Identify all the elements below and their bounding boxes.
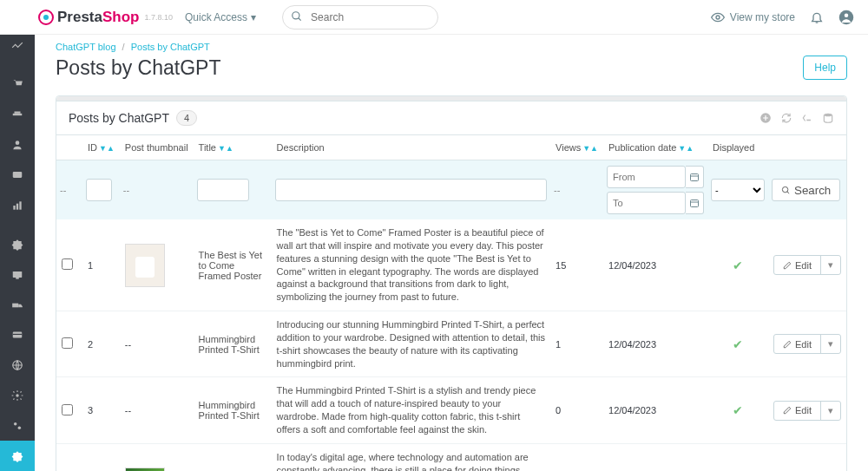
export-icon[interactable] bbox=[822, 112, 834, 125]
svg-line-31 bbox=[787, 191, 789, 193]
svg-rect-16 bbox=[12, 303, 18, 307]
cell-views: 15 bbox=[550, 219, 603, 311]
svg-rect-10 bbox=[13, 172, 23, 178]
quick-access-menu[interactable]: Quick Access ▾ bbox=[185, 11, 256, 23]
sidebar-service[interactable] bbox=[0, 160, 35, 191]
bell-icon[interactable] bbox=[809, 10, 825, 25]
row-checkbox[interactable] bbox=[62, 337, 73, 349]
sidebar-advanced[interactable] bbox=[0, 410, 35, 441]
row-checkbox[interactable] bbox=[62, 258, 73, 270]
sidebar-customers[interactable] bbox=[0, 130, 35, 160]
cell-views: 0 bbox=[550, 377, 603, 443]
cell-id: 2 bbox=[82, 311, 120, 377]
svg-point-2 bbox=[293, 12, 299, 19]
calendar-icon[interactable] bbox=[686, 192, 704, 214]
sidebar-design[interactable] bbox=[0, 259, 35, 290]
check-icon[interactable]: ✔ bbox=[733, 258, 743, 272]
sort-icon[interactable]: ▼▲ bbox=[678, 144, 694, 153]
refresh-icon[interactable] bbox=[780, 112, 792, 125]
row-checkbox[interactable] bbox=[62, 404, 73, 415]
filter-id[interactable] bbox=[86, 179, 112, 201]
svg-rect-26 bbox=[691, 174, 699, 181]
panel: Posts by ChatGPT 4 _ ID▼▲ Post thumbnail… bbox=[56, 95, 847, 471]
filter-row: -- -- -- - bbox=[56, 160, 846, 220]
filter-title[interactable] bbox=[197, 179, 249, 201]
svg-rect-18 bbox=[13, 334, 23, 335]
cell-views: 1 bbox=[550, 311, 603, 377]
sidebar bbox=[0, 0, 35, 471]
cell-title: Manual post bbox=[194, 443, 272, 471]
cell-title: The Best is Yet to Come Framed Poster bbox=[194, 219, 272, 311]
sidebar-payment[interactable] bbox=[0, 320, 35, 350]
chevron-down-icon[interactable]: ▾ bbox=[820, 335, 840, 353]
svg-point-30 bbox=[782, 186, 787, 192]
panel-icons: _ bbox=[760, 112, 834, 125]
svg-point-25 bbox=[824, 114, 832, 117]
page-header: Posts by ChatGPT Help bbox=[56, 56, 847, 80]
thumbnail-empty: -- bbox=[125, 405, 131, 415]
edit-button[interactable]: Edit▾ bbox=[773, 401, 841, 421]
sidebar-active-module[interactable] bbox=[0, 441, 35, 471]
logo-text: PrestaShop bbox=[57, 9, 139, 26]
sidebar-dashboard[interactable] bbox=[0, 30, 35, 61]
chevron-down-icon[interactable]: ▾ bbox=[820, 402, 840, 420]
sql-icon[interactable]: _ bbox=[801, 112, 813, 125]
sidebar-shipping[interactable] bbox=[0, 290, 35, 320]
check-icon[interactable]: ✔ bbox=[733, 337, 743, 351]
add-icon[interactable] bbox=[760, 112, 772, 125]
version: 1.7.8.10 bbox=[144, 13, 173, 22]
edit-button[interactable]: Edit▾ bbox=[773, 334, 841, 354]
cell-description: Introducing our stunning Hummingbird Pri… bbox=[272, 311, 550, 377]
avatar-icon[interactable] bbox=[838, 10, 854, 25]
data-table: ID▼▲ Post thumbnail Title▼▲ Description … bbox=[56, 135, 846, 471]
thumbnail-empty: -- bbox=[125, 339, 131, 350]
thumbnail bbox=[125, 244, 165, 287]
eye-icon bbox=[711, 10, 725, 24]
cell-description: In today's digital age, where technology… bbox=[272, 443, 550, 471]
sidebar-shop-params[interactable] bbox=[0, 381, 35, 411]
chevron-down-icon[interactable]: ▾ bbox=[820, 256, 840, 274]
breadcrumb-current: Posts by ChatGPT bbox=[131, 42, 210, 52]
svg-point-4 bbox=[716, 16, 720, 19]
panel-title: Posts by ChatGPT bbox=[69, 111, 169, 125]
filter-displayed[interactable]: - bbox=[711, 179, 765, 201]
svg-point-9 bbox=[16, 141, 20, 145]
filter-date-to[interactable] bbox=[607, 192, 686, 214]
filter-date-from[interactable] bbox=[607, 166, 686, 188]
filter-desc[interactable] bbox=[275, 179, 547, 201]
sidebar-orders[interactable] bbox=[0, 69, 35, 100]
table-row: 2--Hummingbird Printed T-ShirtIntroducin… bbox=[56, 311, 846, 377]
sort-icon[interactable]: ▼▲ bbox=[218, 144, 233, 153]
edit-button[interactable]: Edit▾ bbox=[773, 255, 841, 275]
sidebar-modules[interactable] bbox=[0, 230, 35, 260]
cell-id: 4 bbox=[82, 443, 120, 471]
panel-header: Posts by ChatGPT 4 _ bbox=[56, 101, 846, 135]
breadcrumb: ChatGPT blog / Posts by ChatGPT bbox=[56, 42, 847, 52]
svg-point-1 bbox=[43, 15, 49, 20]
help-button[interactable]: Help bbox=[803, 56, 847, 80]
sidebar-international[interactable] bbox=[0, 350, 35, 381]
table-row: 3--Hummingbird Printed T-ShirtThe Hummin… bbox=[56, 377, 846, 443]
svg-point-20 bbox=[16, 394, 19, 397]
sidebar-stats[interactable] bbox=[0, 190, 35, 220]
cell-description: The Hummingbird Printed T-Shirt is a sty… bbox=[272, 377, 550, 443]
thumbnail bbox=[125, 468, 165, 471]
logo: PrestaShop 1.7.8.10 bbox=[0, 9, 173, 26]
calendar-icon[interactable] bbox=[686, 166, 704, 188]
top-header: PrestaShop 1.7.8.10 Quick Access ▾ View … bbox=[0, 0, 868, 35]
cell-date: 12/04/2023 bbox=[603, 443, 707, 471]
search-input[interactable] bbox=[282, 5, 438, 29]
sort-icon[interactable]: ▼▲ bbox=[582, 144, 598, 153]
sidebar-catalog[interactable] bbox=[0, 100, 35, 130]
cell-id: 3 bbox=[82, 377, 120, 443]
check-icon[interactable]: ✔ bbox=[733, 403, 743, 417]
view-store-link[interactable]: View my store bbox=[711, 10, 795, 24]
svg-text:_: _ bbox=[806, 116, 811, 121]
count-badge: 4 bbox=[176, 110, 197, 126]
breadcrumb-root[interactable]: ChatGPT blog bbox=[56, 42, 116, 52]
cell-date: 12/04/2023 bbox=[603, 377, 707, 443]
search-button[interactable]: Search bbox=[772, 179, 840, 201]
cell-description: The "Best is Yet to Come" Framed Poster … bbox=[272, 219, 550, 311]
sort-icon[interactable]: ▼▲ bbox=[99, 144, 115, 153]
table-row: 4Manual postIn today's digital age, wher… bbox=[56, 443, 846, 471]
